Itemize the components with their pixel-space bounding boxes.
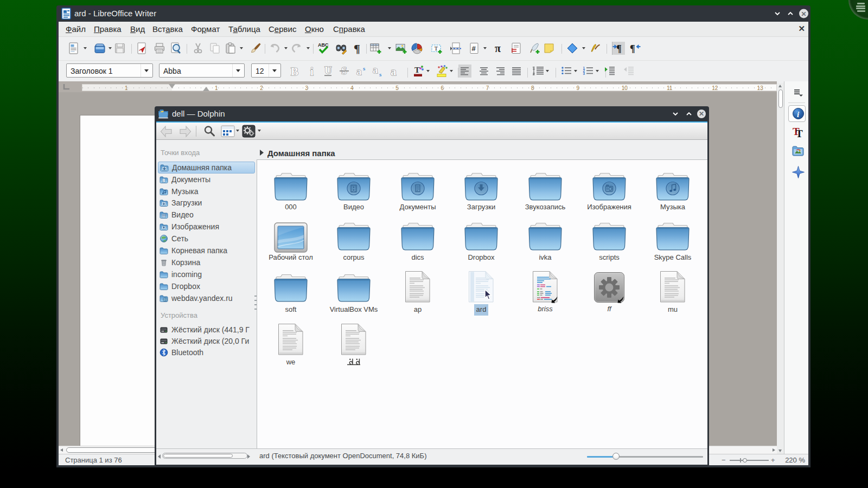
svg-text:s: s	[363, 65, 366, 72]
svg-text:a: a	[356, 66, 362, 77]
svg-text:s: s	[379, 71, 382, 78]
svg-text:U: U	[324, 65, 332, 76]
svg-text:#: #	[472, 44, 476, 53]
svg-text:¶: ¶	[354, 42, 360, 55]
svg-text:B: B	[291, 65, 298, 78]
svg-text:π: π	[495, 42, 501, 54]
svg-text:¶: ¶	[630, 43, 635, 54]
svg-text:3: 3	[583, 72, 585, 75]
svg-text:T: T	[796, 128, 803, 138]
svg-text:T: T	[414, 66, 420, 74]
svg-text:a: a	[373, 65, 378, 75]
svg-text:a: a	[391, 65, 397, 78]
svg-text:i: i	[310, 65, 314, 78]
svg-text:¶: ¶	[616, 43, 622, 54]
svg-text:T: T	[435, 45, 438, 52]
